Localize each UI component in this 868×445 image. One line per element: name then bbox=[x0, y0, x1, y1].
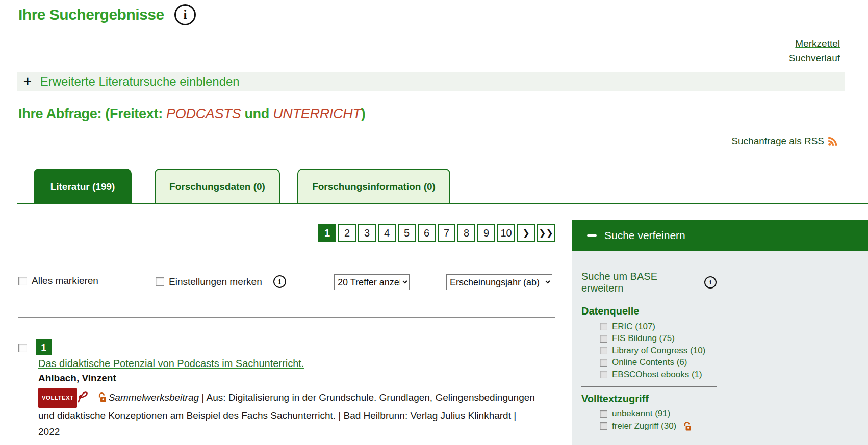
page-button-3[interactable]: 3 bbox=[358, 224, 376, 242]
page-button-4[interactable]: 4 bbox=[378, 224, 396, 242]
facet-checkbox[interactable] bbox=[600, 359, 607, 367]
facet-divider bbox=[581, 386, 717, 387]
pagination: 1 2 3 4 5 6 7 8 9 10 ❯ ❯❯ bbox=[318, 224, 555, 242]
select-all-checkbox[interactable] bbox=[18, 277, 27, 285]
page-button-8[interactable]: 8 bbox=[457, 224, 475, 242]
tab-forschungsinformation-label: Forschungsinformation (0) bbox=[312, 181, 436, 192]
result-1-author: Ahlbach, Vinzent bbox=[38, 373, 116, 384]
result-1-title-link[interactable]: Das didaktische Potenzial von Podcasts i… bbox=[38, 358, 304, 370]
select-all-control: Alles markieren bbox=[18, 275, 98, 286]
query-suffix: ) bbox=[361, 106, 366, 121]
rss-icon bbox=[828, 136, 838, 146]
info-icon[interactable]: i bbox=[273, 275, 286, 288]
result-1-details-line-2: und didaktische Konzeptionen am Beispiel… bbox=[38, 408, 551, 424]
facet-checkbox[interactable] bbox=[600, 347, 607, 354]
query-term-1: PODCASTS bbox=[166, 106, 241, 121]
merkzettel-link[interactable]: Merkzettel bbox=[789, 37, 840, 51]
result-1-checkbox[interactable] bbox=[18, 344, 27, 352]
advanced-search-label: Erweiterte Literatursuche einblenden bbox=[40, 74, 240, 89]
facet-label: Online Contents (6) bbox=[612, 357, 687, 368]
facet-item-unbekannt[interactable]: unbekannt (91) bbox=[581, 408, 868, 421]
refine-search-body: Suche um BASE erweitern i Datenquelle ER… bbox=[572, 251, 868, 445]
page-button-1[interactable]: 1 bbox=[318, 224, 336, 242]
query-connector: und bbox=[241, 106, 273, 121]
tab-forschungsinformation[interactable]: Forschungsinformation (0) bbox=[297, 169, 450, 203]
tab-forschungsdaten[interactable]: Forschungsdaten (0) bbox=[155, 169, 280, 203]
suchverlauf-link[interactable]: Suchverlauf bbox=[789, 51, 840, 65]
select-all-label: Alles markieren bbox=[32, 275, 98, 286]
facet-checkbox[interactable] bbox=[600, 371, 607, 378]
next-page-button[interactable]: ❯ bbox=[517, 224, 535, 242]
tab-literatur-label: Literatur (199) bbox=[50, 181, 115, 192]
refine-search-title: Suche verfeinern bbox=[604, 229, 685, 242]
last-page-button[interactable]: ❯❯ bbox=[537, 224, 555, 242]
results-divider bbox=[18, 317, 555, 318]
info-icon[interactable]: i bbox=[174, 4, 196, 25]
facet-checkbox[interactable] bbox=[600, 422, 607, 430]
open-lock-icon bbox=[682, 421, 692, 431]
result-1-number-badge: 1 bbox=[36, 339, 52, 355]
plus-icon: + bbox=[23, 75, 32, 89]
top-links: Merkzettel Suchverlauf bbox=[789, 37, 840, 65]
facet-label: freier Zugriff (30) bbox=[612, 421, 676, 431]
facet-checkbox[interactable] bbox=[600, 335, 607, 343]
facet-checkbox[interactable] bbox=[600, 323, 607, 330]
refine-search-header[interactable]: Suche verfeinern bbox=[572, 220, 868, 251]
query-term-2: UNTERRICHT bbox=[273, 106, 361, 121]
facet-label: EBSCOhost ebooks (1) bbox=[612, 370, 702, 380]
facet-title-volltextzugriff: Volltextzugriff bbox=[581, 393, 868, 405]
search-results-page: Ihre Suchergebnisse i Merkzettel Suchver… bbox=[0, 0, 868, 445]
page-title-text: Ihre Suchergebnisse bbox=[18, 6, 164, 23]
page-button-5[interactable]: 5 bbox=[398, 224, 416, 242]
facet-item-fis-bildung[interactable]: FIS Bildung (75) bbox=[581, 333, 868, 345]
page-button-10[interactable]: 10 bbox=[497, 224, 515, 242]
open-lock-icon bbox=[97, 392, 107, 403]
results-per-page-select[interactable]: 20 Treffer anzeigen bbox=[334, 274, 410, 290]
sort-order-select[interactable]: Erscheinungsjahr (ab) bbox=[446, 274, 552, 290]
facet-divider bbox=[581, 438, 717, 438]
result-1-type: Sammelwerksbeitrag bbox=[109, 392, 199, 403]
pdf-icon bbox=[77, 391, 89, 403]
facet-item-eric[interactable]: ERIC (107) bbox=[581, 321, 868, 333]
facet-item-library-of-congress[interactable]: Library of Congress (10) bbox=[581, 345, 868, 357]
facet-title-datenquelle: Datenquelle bbox=[581, 305, 868, 317]
tabs-divider bbox=[17, 203, 868, 204]
extend-base-label: Suche um BASE erweitern bbox=[581, 271, 699, 294]
facet-label: ERIC (107) bbox=[612, 322, 655, 332]
remember-settings-control: Einstellungen merken i bbox=[156, 275, 286, 288]
facet-item-online-contents[interactable]: Online Contents (6) bbox=[581, 357, 868, 369]
page-title: Ihre Suchergebnisse i bbox=[18, 4, 196, 25]
query-summary: Ihre Abfrage: (Freitext: PODCASTS und UN… bbox=[18, 106, 365, 122]
page-button-7[interactable]: 7 bbox=[438, 224, 455, 242]
page-button-9[interactable]: 9 bbox=[477, 224, 495, 242]
page-button-2[interactable]: 2 bbox=[338, 224, 356, 242]
facet-checkbox[interactable] bbox=[600, 410, 607, 418]
remember-settings-checkbox[interactable] bbox=[156, 277, 164, 286]
tab-forschungsdaten-label: Forschungsdaten (0) bbox=[169, 181, 265, 192]
tab-literatur[interactable]: Literatur (199) bbox=[34, 169, 132, 204]
refine-search-sidebar: Suche verfeinern Suche um BASE erweitern… bbox=[572, 220, 868, 445]
result-1-details: VOLLTEXT Sammelwerksbeitrag | Aus: Digit… bbox=[38, 388, 551, 440]
minus-icon bbox=[587, 234, 597, 237]
facet-label: FIS Bildung (75) bbox=[612, 333, 675, 344]
result-1-details-line-1: VOLLTEXT Sammelwerksbeitrag | Aus: Digit… bbox=[38, 388, 551, 408]
facet-label: Library of Congress (10) bbox=[612, 346, 705, 356]
result-1-source-part-1: | Aus: Digitalisierung in der Grundschul… bbox=[199, 392, 535, 403]
volltext-badge: VOLLTEXT bbox=[38, 388, 77, 408]
facet-label: unbekannt (91) bbox=[612, 409, 670, 419]
facet-item-ebscohost-ebooks[interactable]: EBSCOhost ebooks (1) bbox=[581, 369, 868, 381]
rss-row: Suchanfrage als RSS bbox=[731, 136, 838, 147]
query-prefix: Ihre Abfrage: (Freitext: bbox=[18, 106, 166, 121]
remember-settings-label: Einstellungen merken bbox=[169, 276, 262, 287]
rss-link[interactable]: Suchanfrage als RSS bbox=[731, 136, 824, 147]
advanced-search-toggle[interactable]: + Erweiterte Literatursuche einblenden bbox=[17, 72, 845, 91]
page-button-6[interactable]: 6 bbox=[418, 224, 436, 242]
result-1-details-line-3: 2022 bbox=[38, 424, 551, 440]
facet-item-freier-zugriff[interactable]: freier Zugriff (30) bbox=[581, 420, 868, 432]
extend-base-link[interactable]: Suche um BASE erweitern i bbox=[581, 271, 717, 299]
info-icon[interactable]: i bbox=[704, 276, 717, 289]
